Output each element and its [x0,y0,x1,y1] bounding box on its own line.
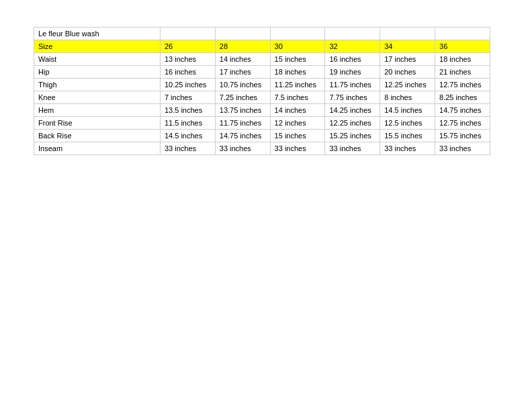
row-label: Waist [34,53,161,66]
cell-value: 11.75 inches [215,117,270,130]
cell-value: 33 inches [325,142,380,155]
cell-value: 11.25 inches [270,79,325,91]
cell-value: 13.75 inches [215,104,270,117]
cell-value: 16 inches [160,66,215,79]
cell-value: 14.5 inches [380,104,435,117]
size-26: 26 [160,40,215,53]
table-row: Knee7 inches7.25 inches7.5 inches7.75 in… [34,91,490,104]
size-chart-table: Le fleur Blue wash Size 26 28 30 32 34 3… [34,27,490,155]
cell-value: 33 inches [215,142,270,155]
cell-value: 17 inches [215,66,270,79]
cell-value: 14 inches [215,53,270,66]
cell-value: 12.5 inches [380,117,435,130]
cell-value: 20 inches [380,66,435,79]
size-28: 28 [215,40,270,53]
cell-value: 8 inches [380,91,435,104]
cell-value: 12.75 inches [435,117,490,130]
cell-value: 10.75 inches [215,79,270,91]
table-row: Inseam33 inches33 inches33 inches33 inch… [34,142,490,155]
size-34: 34 [380,40,435,53]
cell-value: 14.25 inches [325,104,380,117]
cell-value: 7.75 inches [325,91,380,104]
cell-value: 14 inches [270,104,325,117]
cell-value: 7.25 inches [215,91,270,104]
cell-value: 15 inches [270,130,325,142]
cell-value: 7 inches [160,91,215,104]
page: Le fleur Blue wash Size 26 28 30 32 34 3… [0,0,532,182]
table-row: Waist13 inches14 inches15 inches16 inche… [34,53,490,66]
cell-value: 15.75 inches [435,130,490,142]
table-row: Front Rise11.5 inches11.75 inches12 inch… [34,117,490,130]
cell-value: 10.25 inches [160,79,215,91]
cell-value: 15.5 inches [380,130,435,142]
cell-value: 15 inches [270,53,325,66]
cell-value: 11.5 inches [160,117,215,130]
cell-value: 15.25 inches [325,130,380,142]
cell-value: 11.75 inches [325,79,380,91]
cell-value: 14.5 inches [160,130,215,142]
size-30: 30 [270,40,325,53]
cell-value: 12 inches [270,117,325,130]
title-row: Le fleur Blue wash [34,28,490,40]
row-label: Knee [34,91,161,104]
row-label: Hip [34,66,161,79]
cell-value: 33 inches [160,142,215,155]
cell-value: 12.25 inches [380,79,435,91]
cell-value: 21 inches [435,66,490,79]
cell-value: 18 inches [435,53,490,66]
row-label: Back Rise [34,130,161,142]
row-label: Inseam [34,142,161,155]
cell-value: 14.75 inches [435,104,490,117]
cell-value: 19 inches [325,66,380,79]
row-label: Thigh [34,79,161,91]
cell-value: 33 inches [380,142,435,155]
size-32: 32 [325,40,380,53]
table-title: Le fleur Blue wash [34,28,161,40]
cell-value: 13.5 inches [160,104,215,117]
table-row: Hem13.5 inches13.75 inches14 inches14.25… [34,104,490,117]
cell-value: 7.5 inches [270,91,325,104]
size-header-row: Size 26 28 30 32 34 36 [34,40,490,53]
cell-value: 17 inches [380,53,435,66]
cell-value: 8.25 inches [435,91,490,104]
cell-value: 14.75 inches [215,130,270,142]
cell-value: 33 inches [270,142,325,155]
size-label: Size [34,40,161,53]
cell-value: 16 inches [325,53,380,66]
table-row: Hip16 inches17 inches18 inches19 inches2… [34,66,490,79]
table-row: Thigh10.25 inches10.75 inches11.25 inche… [34,79,490,91]
size-36: 36 [435,40,490,53]
row-label: Hem [34,104,161,117]
cell-value: 13 inches [160,53,215,66]
cell-value: 12.75 inches [435,79,490,91]
table-row: Back Rise14.5 inches14.75 inches15 inche… [34,130,490,142]
cell-value: 33 inches [435,142,490,155]
cell-value: 12.25 inches [325,117,380,130]
row-label: Front Rise [34,117,161,130]
cell-value: 18 inches [270,66,325,79]
